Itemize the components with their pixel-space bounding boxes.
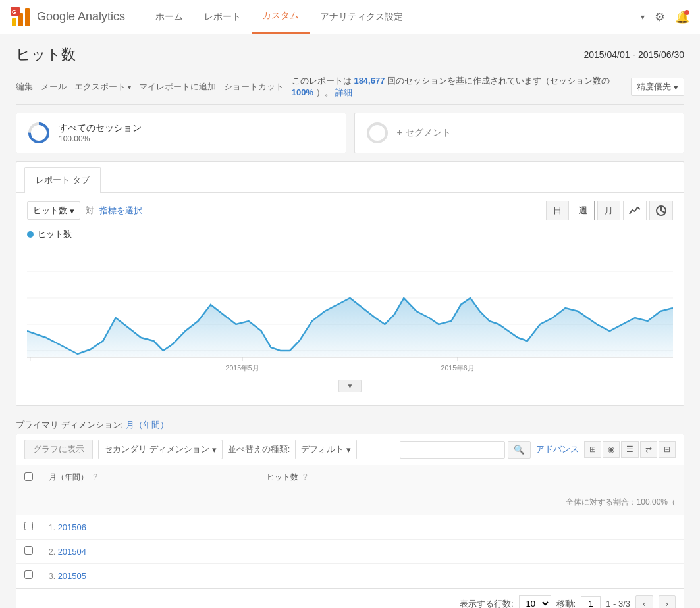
row-1-num: 1. <box>49 523 55 532</box>
table-header-row: 月（年間） ? ヒット数 ? <box>16 465 684 490</box>
row-1-value-cell <box>259 515 684 540</box>
chevron-down-icon: ▾ <box>674 82 678 92</box>
row-1-checkbox[interactable] <box>24 522 33 530</box>
segment-1-pct: 100.00% <box>59 134 142 143</box>
graph-display-button[interactable]: グラフに表示 <box>24 440 93 459</box>
export-button[interactable]: エクスポート <box>74 78 131 95</box>
app-name: Google Analytics <box>37 10 125 24</box>
accuracy-label: 精度優先 <box>637 81 671 93</box>
chart-controls: ヒット数 ▾ 対 指標を選択 日 週 月 <box>16 193 684 228</box>
hits-header-label: ヒット数 <box>267 472 298 482</box>
help-icon: ? <box>93 472 97 482</box>
row-1-label-cell: 1. 201506 <box>41 515 259 540</box>
account-dropdown[interactable]: ▾ <box>641 13 645 22</box>
chart-legend: ヒット数 <box>27 228 673 240</box>
table-view-circle-button[interactable]: ◉ <box>603 441 620 458</box>
row-2-checkbox[interactable] <box>24 546 33 555</box>
search-input[interactable] <box>400 441 505 459</box>
rows-per-page-label: 表示する行数: <box>460 598 514 609</box>
total-value-cell: 全体に対する割合：100.00%（ <box>259 490 684 515</box>
detail-link[interactable]: 詳細 <box>335 88 352 97</box>
nav-reports[interactable]: レポート <box>194 0 252 34</box>
secondary-dim-select[interactable]: セカンダリ ディメンション ▾ <box>98 440 223 459</box>
data-table-section: グラフに表示 セカンダリ ディメンション ▾ 並べ替えの種類: デフォルト ▾ … <box>16 434 684 608</box>
mail-button[interactable]: メール <box>41 78 67 95</box>
row-3-link[interactable]: 201505 <box>58 571 86 581</box>
row-3-checkbox-cell <box>16 564 41 588</box>
session-info-unit: 回のセッションを基に作成されています（セッション数の <box>387 76 610 86</box>
row-3-label-cell: 3. 201505 <box>41 564 259 588</box>
line-chart-icon <box>629 205 641 216</box>
line-chart-svg: 2015年5月 2015年6月 <box>27 245 673 377</box>
row-2-value-cell <box>259 540 684 564</box>
svg-point-9 <box>371 127 383 139</box>
month-header[interactable]: 月（年間） ? <box>41 465 259 490</box>
nav-analytics-settings[interactable]: アナリティクス設定 <box>310 0 414 34</box>
row-1-link[interactable]: 201506 <box>58 522 86 532</box>
next-page-button[interactable]: › <box>659 595 676 608</box>
sort-label: 並べ替えの種類: <box>228 443 290 455</box>
session-info: このレポートは 184,677 回のセッションを基に作成されています（セッション… <box>292 75 623 99</box>
segment-2-add-label: + セグメント <box>397 127 451 139</box>
chart-view-controls: 日 週 月 <box>546 201 673 220</box>
table-view-swap-button[interactable]: ⇄ <box>640 441 657 458</box>
page-header: ヒット数 2015/04/01 - 2015/06/30 <box>16 34 684 70</box>
page-input[interactable] <box>581 596 601 608</box>
metric-dropdown[interactable]: ヒット数 ▾ <box>27 201 80 220</box>
settings-icon[interactable]: ⚙ <box>653 10 667 24</box>
pie-chart-button[interactable] <box>649 201 673 220</box>
accuracy-select[interactable]: 精度優先 ▾ <box>631 78 684 96</box>
ga-logo-icon: G <box>11 7 32 28</box>
select-all-checkbox[interactable] <box>24 472 33 481</box>
row-2-link[interactable]: 201504 <box>58 547 86 557</box>
table-view-compact-button[interactable]: ⊟ <box>659 441 676 458</box>
table-view-buttons: ⊞ ◉ ☰ ⇄ ⊟ <box>584 441 676 458</box>
table-controls: グラフに表示 セカンダリ ディメンション ▾ 並べ替えの種類: デフォルト ▾ … <box>16 434 684 465</box>
compare-metric-link[interactable]: 指標を選択 <box>99 205 142 216</box>
svg-line-12 <box>661 211 665 213</box>
nav-custom[interactable]: カスタム <box>252 0 310 34</box>
metric-label: ヒット数 <box>33 205 67 216</box>
row-3-checkbox[interactable] <box>24 570 33 579</box>
advance-button[interactable]: アドバンス <box>533 440 581 459</box>
shortcut-button[interactable]: ショートカット <box>224 78 284 95</box>
vs-text: 対 <box>86 205 94 216</box>
sort-select[interactable]: デフォルト ▾ <box>295 440 357 459</box>
hits-header[interactable]: ヒット数 ? <box>259 465 684 490</box>
segment-2[interactable]: + セグメント <box>354 113 685 153</box>
table-row: 3. 201505 <box>16 564 684 588</box>
report-tab-title[interactable]: レポート タブ <box>24 167 101 193</box>
row-3-value-cell <box>259 564 684 588</box>
chevron-down-icon: ▾ <box>212 445 217 455</box>
notifications-icon[interactable]: 🔔 <box>675 10 689 24</box>
table-view-list-button[interactable]: ☰ <box>621 441 639 458</box>
table-view-grid-button[interactable]: ⊞ <box>584 441 601 458</box>
total-row: 全体に対する割合：100.00%（ <box>16 490 684 515</box>
nav-home[interactable]: ホーム <box>145 0 194 34</box>
segment-1-label: すべてのセッション <box>59 122 142 134</box>
search-button[interactable]: 🔍 <box>508 441 531 459</box>
week-button[interactable]: 週 <box>572 201 595 220</box>
row-2-label-cell: 2. 201504 <box>41 540 259 564</box>
segment-1-info: すべてのセッション 100.00% <box>59 122 142 143</box>
prev-page-button[interactable]: ‹ <box>635 595 653 608</box>
secondary-dim-label: セカンダリ ディメンション <box>104 443 209 455</box>
page-content: ヒット数 2015/04/01 - 2015/06/30 編集 メール エクスポ… <box>0 34 700 608</box>
day-button[interactable]: 日 <box>546 201 569 220</box>
my-reports-button[interactable]: マイレポートに追加 <box>139 78 216 95</box>
month-button[interactable]: 月 <box>597 201 620 220</box>
total-checkbox-cell <box>16 490 41 515</box>
chart-scroll-button[interactable]: ▼ <box>338 380 362 392</box>
main-nav: ホーム レポート カスタム アナリティクス設定 <box>145 0 641 34</box>
edit-button[interactable]: 編集 <box>16 78 33 95</box>
metric-selector: ヒット数 ▾ 対 指標を選択 <box>27 201 142 220</box>
row-1-checkbox-cell <box>16 515 41 540</box>
row-3-num: 3. <box>49 572 55 581</box>
rows-per-page-select[interactable]: 10 25 50 <box>519 595 551 608</box>
svg-text:2015年5月: 2015年5月 <box>226 364 259 372</box>
svg-rect-2 <box>25 8 30 26</box>
pie-chart-icon <box>655 205 667 216</box>
sort-value: デフォルト <box>301 443 344 455</box>
report-tab-section: レポート タブ ヒット数 ▾ 対 指標を選択 日 週 月 <box>16 161 684 406</box>
line-chart-button[interactable] <box>623 201 647 220</box>
